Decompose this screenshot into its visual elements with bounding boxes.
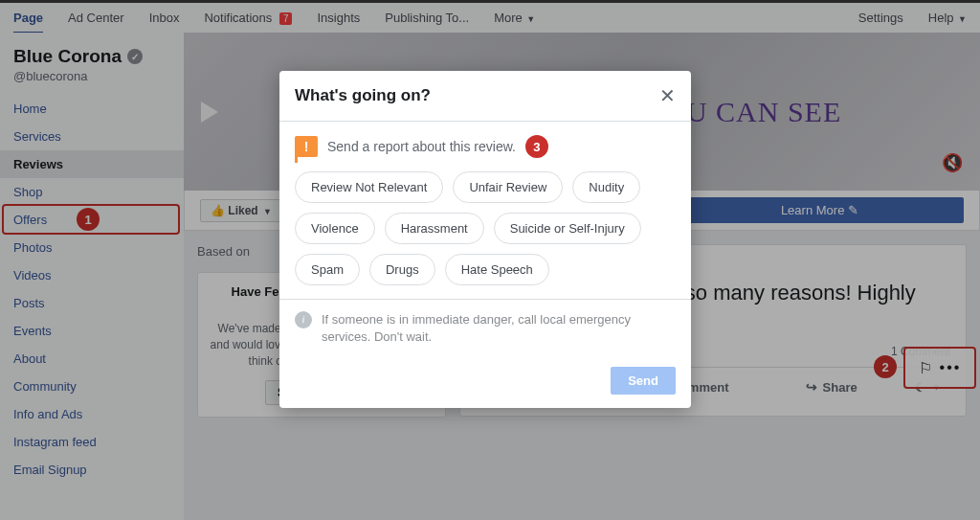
chip-spam[interactable]: Spam bbox=[295, 254, 360, 285]
chip-violence[interactable]: Violence bbox=[295, 213, 375, 244]
chip-nudity[interactable]: Nudity bbox=[572, 171, 640, 203]
info-icon: i bbox=[295, 311, 312, 328]
close-icon[interactable]: ✕ bbox=[659, 84, 676, 107]
report-description: Send a report about this review. bbox=[327, 139, 516, 154]
report-reason-chips: Review Not Relevant Unfair Review Nudity… bbox=[295, 171, 676, 285]
chip-harassment[interactable]: Harassment bbox=[385, 213, 484, 244]
chip-unfair[interactable]: Unfair Review bbox=[453, 171, 563, 203]
chip-suicide[interactable]: Suicide or Self-Injury bbox=[494, 213, 641, 244]
emergency-warning: If someone is in immediate danger, call … bbox=[322, 311, 676, 346]
report-review-modal: What's going on? ✕ ! Send a report about… bbox=[279, 71, 691, 408]
callout-3-badge: 3 bbox=[525, 135, 548, 158]
report-flag-icon: ! bbox=[295, 136, 318, 157]
send-button[interactable]: Send bbox=[611, 367, 676, 395]
modal-title: What's going on? bbox=[295, 86, 659, 105]
chip-drugs[interactable]: Drugs bbox=[369, 254, 435, 285]
chip-hate-speech[interactable]: Hate Speech bbox=[445, 254, 549, 285]
chip-not-relevant[interactable]: Review Not Relevant bbox=[295, 171, 443, 203]
